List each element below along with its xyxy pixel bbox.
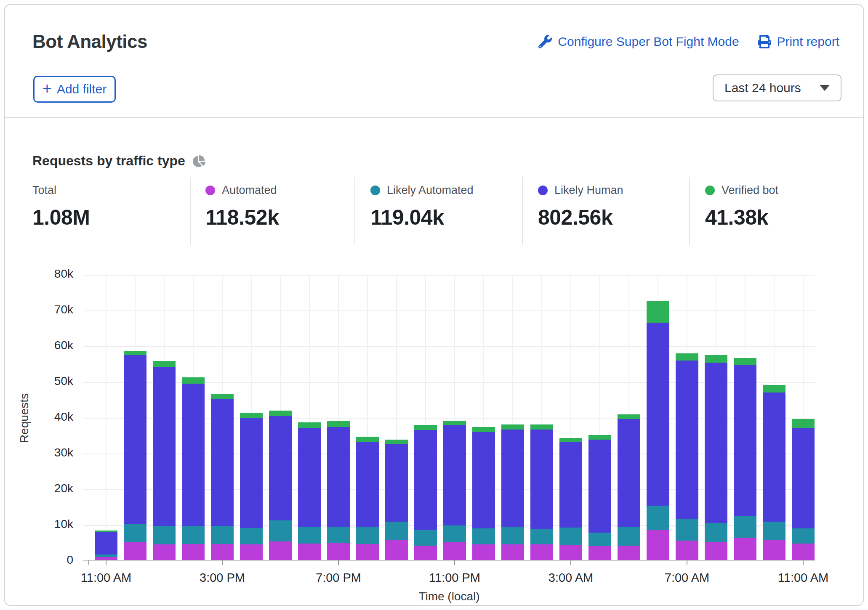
bar-segment-verified_bot [356,437,379,442]
x-tick-label: 7:00 PM [284,571,393,585]
bar-segment-verified_bot [182,377,205,384]
bar-segment-verified_bot [211,394,234,399]
bar-200am[interactable] [530,424,553,560]
x-tick-label: 3:00 AM [516,571,626,585]
bar-600pm[interactable] [298,422,321,560]
bar-segment-likely_automated [269,520,292,541]
bar-segment-likely_human [734,365,756,517]
bar-segment-likely_human [95,532,117,554]
y-tick-label: 10k [20,517,73,531]
bar-300am[interactable] [559,438,582,560]
bar-segment-verified_bot [414,425,437,430]
section-title-row: Requests by traffic type [32,153,205,169]
stat-value: 802.56k [538,205,623,230]
bar-800am[interactable] [705,355,727,560]
pie-chart-icon [193,155,205,167]
bar-segment-likely_human [676,361,698,519]
bar-1100pm[interactable] [443,421,466,560]
add-filter-button[interactable]: + Add filter [33,76,116,103]
bar-segment-verified_bot [124,351,146,355]
bar-segment-automated [792,544,815,560]
stat-value: 119.04k [370,205,474,230]
card-header: Bot Analytics Configure Super Bot Fight … [5,5,863,118]
configure-super-bot-fight-mode-link[interactable]: Configure Super Bot Fight Mode [538,34,739,49]
bar-segment-verified_bot [472,427,495,432]
legend-dot-verified-bot [705,186,715,195]
bar-900am[interactable] [734,358,756,560]
y-tick-label: 20k [20,482,73,495]
bar-500am[interactable] [618,414,640,560]
time-range-select[interactable]: Last 24 hours [713,74,841,101]
stat-value: 41.38k [705,205,778,230]
y-tick-label: 0 [20,553,73,567]
bar-segment-likely_automated [618,527,640,546]
add-filter-label: Add filter [57,82,107,96]
bar-900pm[interactable] [385,440,408,560]
y-tick-label: 60k [20,339,73,352]
bar-400am[interactable] [588,435,611,560]
bar-segment-verified_bot [153,361,176,367]
bar-700pm[interactable] [327,421,350,560]
bar-segment-likely_human [763,393,785,522]
x-axis-title: Time (local) [83,590,815,603]
bar-1200pm[interactable] [124,351,146,560]
x-tick-label: 3:00 PM [168,571,277,585]
bar-100am[interactable] [501,424,524,560]
bar-segment-likely_automated [124,524,146,542]
bar-100pm[interactable] [153,361,176,560]
x-tick [803,560,804,565]
bar-segment-automated [501,544,524,560]
bar-segment-verified_bot [792,419,815,427]
bar-1200am[interactable] [472,427,495,560]
bar-1000am[interactable] [763,385,785,560]
bar-1100am[interactable] [95,530,117,560]
y-tick-label: 80k [20,267,73,281]
bar-400pm[interactable] [240,413,263,560]
bar-segment-automated [443,542,466,560]
bar-segment-automated [298,544,321,560]
bar-segment-likely_human [530,430,553,529]
bar-segment-likely_automated [530,529,553,544]
bar-segment-automated [559,545,582,560]
bar-segment-likely_automated [182,526,205,544]
x-tick [106,560,107,565]
bar-segment-likely_automated [95,554,117,557]
stat-label: Total [32,184,56,197]
bar-segment-likely_human [385,444,408,522]
bar-segment-likely_human [327,427,350,527]
x-tick [454,560,455,565]
bar-200pm[interactable] [182,377,205,560]
bar-segment-automated [472,544,495,560]
bar-700am[interactable] [676,353,698,560]
legend-dot-automated [205,186,215,195]
bar-segment-likely_human [269,416,292,520]
bar-segment-verified_bot [705,355,727,363]
bar-500pm[interactable] [269,411,292,560]
bar-1000pm[interactable] [414,425,437,560]
bar-segment-automated [240,544,263,560]
bar-segment-likely_human [124,355,146,524]
x-tick [570,560,571,565]
bar-segment-likely_automated [559,528,582,545]
screen: Bot Analytics Configure Super Bot Fight … [0,0,868,610]
stat-value: 118.52k [205,205,279,230]
print-report-link[interactable]: Print report [758,34,839,49]
bar-300pm[interactable] [211,394,234,560]
y-tick-label: 40k [20,410,73,424]
bar-segment-automated [763,540,785,560]
legend-dot-likely-human [538,186,548,195]
time-range-value: Last 24 hours [724,81,820,95]
bot-analytics-card: Bot Analytics Configure Super Bot Fight … [4,4,864,606]
x-tick-label: 11:00 PM [400,571,509,585]
bar-segment-automated [153,544,176,560]
bar-800pm[interactable] [356,437,379,560]
stat-likely-automated: Likely Automated 119.04k [370,182,474,230]
bar-segment-likely_automated [327,527,350,543]
gridline [106,275,107,560]
bar-segment-verified_bot [240,413,263,418]
bar-1100am[interactable] [792,419,815,560]
configure-link-label: Configure Super Bot Fight Mode [558,34,739,49]
stat-automated: Automated 118.52k [205,182,279,230]
bar-600am[interactable] [647,301,669,560]
y-tick-label: 70k [20,303,73,316]
